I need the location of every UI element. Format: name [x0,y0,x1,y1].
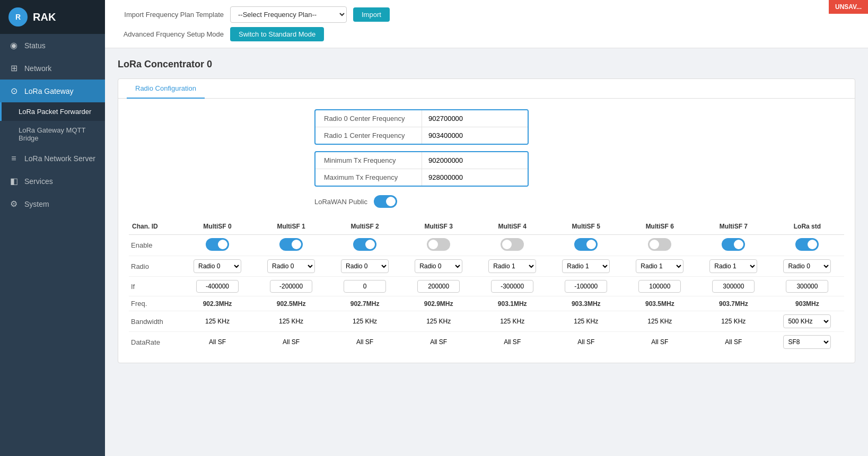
if-row: If [129,277,844,296]
lorawan-row: LoRaWAN Public [314,195,397,208]
import-button[interactable]: Import [353,7,390,22]
freq-label: Freq. [129,296,181,311]
min-tx-input[interactable] [422,152,528,169]
enable-toggle-multisf5[interactable] [574,238,598,251]
dr-label: DataRate [129,332,181,353]
sub-item-label: LoRa Gateway MQTT Bridge [19,126,97,142]
radio-select-multisf5[interactable]: Radio 0Radio 1 [562,259,610,273]
toggle-slider [501,238,524,251]
logo-icon: R [8,7,28,27]
services-icon: ◧ [8,176,19,186]
concentrator-card: Radio Configuration Radio 0 Center Frequ… [118,78,855,363]
sidebar-item-system[interactable]: ⚙ System [0,192,105,215]
bw-select-lorastd[interactable]: 125 KHz250 KHz500 KHz [783,314,831,328]
max-tx-row: Maximum Tx Frequency [315,169,528,186]
freq-row: Freq.902.3MHz902.5MHz902.7MHz902.9MHz903… [129,296,844,311]
dr-val-multisf2: All SF [328,332,402,353]
if-input-multisf5[interactable] [565,280,607,293]
radio0-row: Radio 0 Center Frequency [315,110,528,127]
tab-radio-configuration[interactable]: Radio Configuration [127,79,205,99]
enable-toggle-lorastd[interactable] [795,238,819,251]
tx-freq-inputs: Minimum Tx Frequency Maximum Tx Frequenc… [314,151,529,187]
enable-label: Enable [129,235,181,256]
if-input-multisf2[interactable] [344,280,386,293]
enable-toggle-multisf6[interactable] [648,238,671,251]
radio-select-multisf4[interactable]: Radio 0Radio 1 [488,259,536,273]
if-input-multisf6[interactable] [638,280,681,293]
radio1-row: Radio 1 Center Frequency [315,127,528,144]
bw-val-multisf2: 125 KHz [328,311,402,332]
col-multisf7: MultiSF 7 [697,218,770,235]
radio-select-multisf1[interactable]: Radio 0Radio 1 [267,259,315,273]
top-bar: Import Frequency Plan Template --Select … [105,0,868,48]
card-tabs: Radio Configuration [118,79,855,99]
app-logo: R RAK [0,0,105,34]
sidebar-item-label: Network [24,64,51,73]
channel-table: Chan. ID MultiSF 0 MultiSF 1 MultiSF 2 M… [129,218,844,352]
page-content: LoRa Concentrator 0 Radio Configuration … [105,48,868,456]
enable-toggle-multisf0[interactable] [206,238,229,251]
section-title: LoRa Concentrator 0 [118,59,855,70]
col-chanid: Chan. ID [129,218,181,235]
radio-select-multisf6[interactable]: Radio 0Radio 1 [636,259,683,273]
frequency-plan-select[interactable]: --Select Frequency Plan-- US915 EU868 AU… [230,6,347,23]
enable-toggle-multisf7[interactable] [722,238,745,251]
sidebar-item-lora-network-server[interactable]: ≡ LoRa Network Server [0,147,105,170]
sidebar-sub-item-mqtt-bridge[interactable]: LoRa Gateway MQTT Bridge [0,121,105,147]
sidebar-item-services[interactable]: ◧ Services [0,170,105,192]
enable-toggle-multisf4[interactable] [501,238,524,251]
col-multisf0: MultiSF 0 [181,218,255,235]
if-input-multisf3[interactable] [417,280,460,293]
radio-select-multisf2[interactable]: Radio 0Radio 1 [341,259,389,273]
freq-val-multisf7: 903.7MHz [697,296,770,311]
enable-toggle-multisf2[interactable] [353,238,376,251]
bw-val-multisf5: 125 KHz [549,311,623,332]
sidebar-item-network[interactable]: ⊞ Network [0,57,105,80]
table-header-row: Chan. ID MultiSF 0 MultiSF 1 MultiSF 2 M… [129,218,844,235]
toggle-slider [795,238,819,251]
radio-select-multisf3[interactable]: Radio 0Radio 1 [415,259,462,273]
radio-select-lorastd[interactable]: Radio 0Radio 1 [783,259,831,273]
app-name: RAK [33,11,56,23]
col-multisf1: MultiSF 1 [255,218,328,235]
dr-val-multisf6: All SF [623,332,697,353]
bw-val-multisf1: 125 KHz [255,311,328,332]
freq-val-multisf2: 902.7MHz [328,296,402,311]
if-input-multisf0[interactable] [196,280,239,293]
sidebar-item-status[interactable]: ◉ Status [0,34,105,57]
toggle-slider [648,238,671,251]
radio-label: Radio [129,256,181,277]
if-input-multisf1[interactable] [270,280,312,293]
sidebar-item-label: System [24,200,49,208]
toggle-slider [722,238,745,251]
lorawan-toggle[interactable] [374,195,397,208]
enable-toggle-multisf1[interactable] [279,238,303,251]
sidebar-item-label: Services [24,177,53,186]
radio0-label: Radio 0 Center Frequency [315,110,422,127]
if-input-lorastd[interactable] [786,280,828,293]
min-tx-label: Minimum Tx Frequency [315,152,422,169]
status-icon: ◉ [8,40,19,50]
dr-select-lorastd[interactable]: All SFSF7SF8SF9SF10SF11SF12 [783,335,831,349]
sidebar-sub-item-packet-forwarder[interactable]: LoRa Packet Forwarder [0,102,105,121]
switch-standard-button[interactable]: Switch to Standard Mode [230,27,324,41]
min-tx-row: Minimum Tx Frequency [315,152,528,169]
if-input-multisf4[interactable] [491,280,533,293]
sidebar-item-lora-gateway[interactable]: ⊙ LoRa Gateway [0,80,105,102]
bw-row: Bandwidth125 KHz125 KHz125 KHz125 KHz125… [129,311,844,332]
advanced-label: Advanced Frquency Setup Mode [118,30,224,38]
if-label: If [129,277,181,296]
radio-select-multisf0[interactable]: Radio 0Radio 1 [194,259,241,273]
toggle-slider [427,238,450,251]
card-body: Radio 0 Center Frequency Radio 1 Center … [118,99,855,363]
enable-toggle-multisf3[interactable] [427,238,450,251]
radio0-input[interactable] [422,110,528,127]
bw-val-multisf3: 125 KHz [402,311,476,332]
bw-val-multisf4: 125 KHz [476,311,549,332]
toggle-slider [206,238,229,251]
col-multisf3: MultiSF 3 [402,218,476,235]
if-input-multisf7[interactable] [712,280,755,293]
max-tx-input[interactable] [422,169,528,186]
radio1-input[interactable] [422,127,528,144]
radio-select-multisf7[interactable]: Radio 0Radio 1 [709,259,757,273]
